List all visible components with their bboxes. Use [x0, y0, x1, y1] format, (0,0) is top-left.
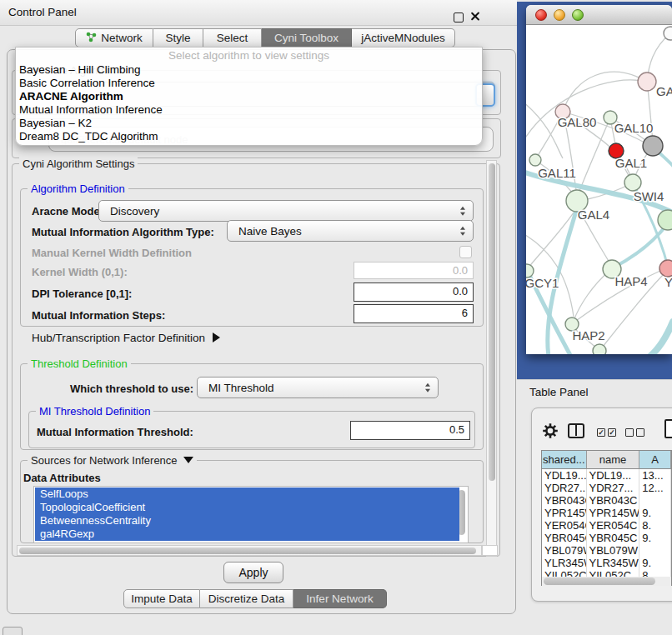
- dropdown-item-aracne-algorithm[interactable]: ARACNE Algorithm: [19, 90, 123, 103]
- aracne-mode-combobox[interactable]: Discovery: [98, 200, 474, 222]
- table-row[interactable]: YBL079WYBL079W: [542, 544, 671, 557]
- network-node[interactable]: [658, 210, 672, 230]
- kernel-width-field[interactable]: 0.0: [354, 262, 474, 279]
- cyni-bottom-tabs: Impute DataDiscretize DataInfer Network: [123, 589, 387, 608]
- settings-horizontal-scrollbar[interactable]: [17, 545, 482, 556]
- table-row[interactable]: YDR27...YDR27...12...: [542, 482, 671, 494]
- table-cell: YLR345W: [587, 557, 640, 569]
- expand-down-icon: [183, 457, 193, 463]
- network-node[interactable]: [659, 260, 672, 277]
- tab-select[interactable]: Select: [203, 28, 262, 48]
- select-all-columns-icon[interactable]: ✓: [597, 428, 605, 437]
- tab-label: Impute Data: [131, 592, 193, 605]
- dropdown-item-basic-correlation-inference[interactable]: Basic Correlation Inference: [19, 77, 155, 90]
- table-cell: YBL079W: [542, 544, 587, 557]
- tab-network[interactable]: Network: [75, 28, 153, 48]
- network-node[interactable]: [593, 344, 606, 354]
- table-cell: 9.: [639, 507, 671, 519]
- dropdown-item-bayesian-hill-climbing[interactable]: Bayesian – Hill Climbing: [19, 63, 141, 77]
- node-table[interactable]: shared...nameAYDL19...YDL19...13...YDR27…: [541, 450, 672, 586]
- mi-threshold-field[interactable]: 0.5: [350, 421, 470, 440]
- dropdown-item-bayesian-k2[interactable]: Bayesian – K2: [19, 117, 92, 130]
- table-panel-title: Table Panel: [529, 386, 589, 398]
- mi-threshold-label: Mutual Information Threshold:: [37, 426, 193, 438]
- scrollbar-thumb[interactable]: [544, 578, 655, 585]
- float-window-icon[interactable]: [454, 12, 464, 22]
- network-node[interactable]: [643, 136, 663, 156]
- network-node[interactable]: [529, 154, 541, 166]
- network-icon: [86, 32, 97, 45]
- table-cell: YDR27...: [587, 482, 640, 494]
- node-label-y: Y: [664, 275, 672, 289]
- hub-definition-expander[interactable]: Hub/Transcription Factor Definition: [32, 332, 220, 344]
- zoom-icon[interactable]: [572, 9, 584, 21]
- panel-divider: [517, 379, 672, 380]
- export-table-icon[interactable]: [664, 419, 672, 438]
- deselect-all-columns-icon[interactable]: [636, 428, 644, 437]
- column-header-name[interactable]: name: [587, 451, 640, 469]
- table-row[interactable]: YDL19...YDL19...13...: [542, 469, 671, 482]
- minimized-panel-icon[interactable]: [3, 627, 23, 635]
- table-cell: 9.: [639, 532, 671, 544]
- tab-jactivemnodules[interactable]: jActiveMNodules: [352, 28, 455, 48]
- app-root: Control Panel NetworkStyleSelectCyni Too…: [0, 0, 672, 635]
- which-threshold-combobox[interactable]: MI Threshold: [197, 377, 439, 398]
- stepper-arrows-icon: [460, 227, 465, 236]
- network-node[interactable]: [638, 72, 656, 91]
- mi-steps-field[interactable]: 6: [354, 304, 474, 323]
- tab-label: Style: [165, 32, 190, 44]
- tab-cyni-toolbox[interactable]: Cyni Toolbox: [262, 28, 352, 48]
- dpi-tolerance-label: DPI Tolerance [0,1]:: [32, 288, 132, 300]
- dropdown-item-dream8-dc-tdc-algorithm[interactable]: Dream8 DC_TDC Algorithm: [19, 130, 158, 143]
- tab-label: Infer Network: [306, 592, 373, 605]
- apply-button[interactable]: Apply: [223, 562, 283, 583]
- manual-kernel-checkbox[interactable]: [459, 246, 472, 258]
- table-row[interactable]: YER054CYER054C8.: [542, 519, 671, 532]
- column-header-shared[interactable]: shared...: [542, 451, 587, 469]
- network-node[interactable]: [664, 27, 672, 40]
- node-label-gal4: GAL4: [578, 208, 609, 222]
- settings-vertical-scrollbar[interactable]: [486, 160, 497, 557]
- table-row[interactable]: YPR145WYPR145W9.: [542, 507, 671, 519]
- close-icon[interactable]: [470, 11, 481, 22]
- tab-discretize-data[interactable]: Discretize Data: [200, 589, 293, 608]
- select-all-columns-icon[interactable]: ✓: [608, 428, 616, 437]
- attribute-item-gal4rgexp[interactable]: gal4RGexp: [35, 528, 459, 541]
- data-attributes-list[interactable]: SelfLoopsTopologicalCoefficientBetweenne…: [33, 486, 469, 543]
- manual-kernel-label: Manual Kernel Width Definition: [32, 247, 192, 259]
- sources-group-title[interactable]: Sources for Network Inference: [28, 454, 197, 467]
- minimize-icon[interactable]: [554, 9, 565, 21]
- attribute-item-selfloops[interactable]: SelfLoops: [35, 488, 459, 501]
- network-edge: [574, 271, 609, 321]
- dpi-tolerance-field[interactable]: 0.0: [354, 282, 474, 302]
- close-icon[interactable]: [535, 9, 547, 21]
- attribute-item-topologicalcoefficient[interactable]: TopologicalCoefficient: [35, 501, 459, 514]
- scrollbar-thumb[interactable]: [489, 163, 495, 481]
- attribute-item-betweennesscentrality[interactable]: BetweennessCentrality: [35, 514, 459, 528]
- network-canvas[interactable]: GALGAL80GAL10GAL1GAL11SWI4GAL4GCY1HAP4YH…: [526, 25, 672, 354]
- table-horizontal-scrollbar[interactable]: [542, 577, 671, 586]
- column-header-a[interactable]: A: [639, 451, 671, 469]
- table-row[interactable]: YBR043CYBR043C: [542, 494, 671, 507]
- tab-infer-network[interactable]: Infer Network: [293, 589, 387, 608]
- network-node[interactable]: [624, 174, 641, 191]
- network-window-titlebar[interactable]: [526, 5, 672, 25]
- table-cell: YLR345W: [542, 557, 587, 569]
- columns-icon[interactable]: [568, 423, 584, 438]
- table-row[interactable]: YBR045CYBR045C9.: [542, 532, 671, 544]
- table-row[interactable]: YLR345WYLR345W9.: [542, 557, 671, 569]
- scrollbar-thumb[interactable]: [19, 548, 476, 554]
- table-cell: 8.: [639, 519, 671, 532]
- aracne-mode-label: Aracne Mode:: [32, 205, 103, 218]
- algorithm-dropdown-list: Select algorithm to view settings Bayesi…: [15, 47, 483, 146]
- deselect-all-columns-icon[interactable]: [625, 428, 634, 437]
- mi-type-combobox[interactable]: Naive Bayes: [227, 220, 474, 242]
- tab-impute-data[interactable]: Impute Data: [123, 589, 200, 608]
- node-label-gal1: GAL1: [615, 156, 647, 170]
- tab-label: jActiveMNodules: [361, 32, 445, 44]
- gear-icon[interactable]: [541, 422, 559, 440]
- network-graph[interactable]: GALGAL80GAL10GAL1GAL11SWI4GAL4GCY1HAP4YH…: [526, 25, 672, 354]
- dropdown-item-mutual-information-inference[interactable]: Mutual Information Inference: [19, 103, 163, 117]
- stepper-arrows-icon: [460, 207, 465, 216]
- tab-style[interactable]: Style: [153, 28, 203, 48]
